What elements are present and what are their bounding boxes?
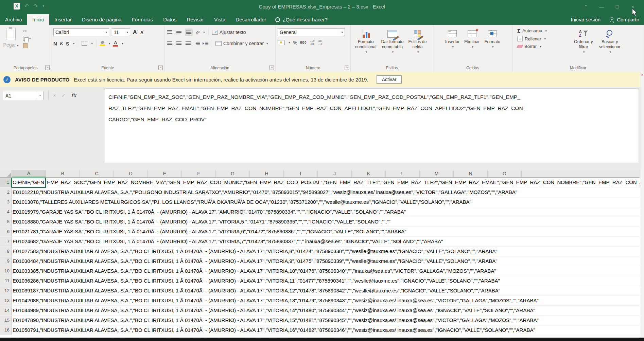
- select-all-corner[interactable]: [0, 170, 12, 177]
- enter-icon[interactable]: ✓: [62, 92, 66, 98]
- copy-button[interactable]: ▾: [23, 36, 31, 41]
- cancel-icon[interactable]: ×: [53, 92, 56, 98]
- tab-archivo[interactable]: Archivo: [0, 14, 27, 25]
- grid-row-4[interactable]: 4E01015979,"GARAJE YAS SA","BO CL IRITXU…: [0, 207, 640, 217]
- csv-row-text[interactable]: E01015979,"GARAJE YAS SA","BO CL IRITXUS…: [12, 207, 640, 217]
- borders-dropdown[interactable]: ▾: [91, 42, 93, 45]
- column-header-f[interactable]: F: [182, 170, 216, 177]
- column-header-c[interactable]: C: [80, 170, 114, 177]
- orientation-button[interactable]: ab: [195, 29, 201, 35]
- tell-me-search[interactable]: ¿Qué desea hacer?: [271, 14, 332, 25]
- number-dialog-launcher[interactable]: ↘: [345, 66, 349, 70]
- column-header-k[interactable]: K: [352, 170, 386, 177]
- csv-row-text[interactable]: CIF/NIF,"GEN_EMP_RAZ_SOC","GEN_EMP_RAZ_N…: [12, 178, 640, 187]
- ribbon-display-options-icon[interactable]: ⌃: [578, 4, 594, 10]
- name-box[interactable]: A1 ▾: [3, 91, 43, 100]
- scroll-up-arrow-icon[interactable]: ▲: [640, 73, 644, 76]
- fill-color-dropdown[interactable]: ▾: [109, 42, 110, 45]
- csv-row-text[interactable]: E01050791,"INDUSTRIA AUXILIAR ALAVESA, S…: [12, 325, 640, 335]
- grid-row-13[interactable]: 13E01042088,"INDUSTRIA AUXILIAR ALAVESA,…: [0, 296, 640, 306]
- tab-revisar[interactable]: Revisar: [181, 14, 209, 25]
- grid-row-12[interactable]: 12E01039187,"INDUSTRIA AUXILIAR ALAVESA,…: [0, 286, 640, 296]
- column-header-e[interactable]: E: [148, 170, 182, 177]
- align-center-button[interactable]: [176, 41, 181, 46]
- csv-row-text[interactable]: E01012210,"INDUSTRIA AUXILIAR ALAVESA, S…: [12, 187, 640, 197]
- clear-button[interactable]: Borrar▾: [517, 44, 568, 49]
- borders-icon[interactable]: [82, 41, 87, 46]
- underline-dropdown[interactable]: ▾: [73, 42, 75, 45]
- row-header-5[interactable]: 5: [0, 217, 12, 227]
- tab-datos[interactable]: Datos: [158, 14, 181, 25]
- row-header-15[interactable]: 15: [0, 316, 12, 325]
- grid-row-6[interactable]: 6E01021781,"GARAJE YAS SA","BO CL IRITXU…: [0, 227, 640, 237]
- csv-row-text[interactable]: E01044989,"INDUSTRIA AUXILIAR ALAVESA, S…: [12, 306, 640, 315]
- grid-row-5[interactable]: 5E01018880,"GARAJE YAS SA","BO CL IRITXU…: [0, 217, 640, 227]
- tab-formulas[interactable]: Fórmulas: [127, 14, 158, 25]
- restore-button[interactable]: □: [609, 4, 625, 10]
- comma-style-button[interactable]: 000: [300, 41, 307, 44]
- accounting-format-icon[interactable]: [278, 40, 285, 45]
- grid-row-14[interactable]: 14E01044989,"INDUSTRIA AUXILIAR ALAVESA,…: [0, 306, 640, 316]
- row-header-4[interactable]: 4: [0, 207, 12, 217]
- italic-button[interactable]: K: [60, 41, 63, 47]
- insert-function-icon[interactable]: fx: [71, 92, 76, 98]
- grid-row-2[interactable]: 2E01012210,"INDUSTRIA AUXILIAR ALAVESA, …: [0, 187, 640, 197]
- column-header-j[interactable]: J: [318, 170, 352, 177]
- formula-input[interactable]: CIF/NIF,"GEN_EMP_RAZ_SOC","GEN_EMP_RAZ_N…: [105, 88, 639, 163]
- percent-style-button[interactable]: %: [293, 40, 297, 46]
- grid-row-10[interactable]: 10E01033385,"INDUSTRIA AUXILIAR ALAVESA,…: [0, 266, 640, 276]
- tab-insertar[interactable]: Insertar: [49, 14, 77, 25]
- csv-row-text[interactable]: E01027583,"INDUSTRIA AUXILIAR ALAVESA, S…: [12, 247, 640, 256]
- delete-cells-button[interactable]: × Eliminar ▾: [462, 27, 482, 65]
- csv-row-text[interactable]: E01042088,"INDUSTRIA AUXILIAR ALAVESA, S…: [12, 296, 640, 305]
- tab-inicio[interactable]: Inicio: [27, 14, 49, 25]
- row-header-3[interactable]: 3: [0, 197, 12, 207]
- increase-decimal-button[interactable]: ←,0,00: [310, 39, 315, 46]
- grid-row-7[interactable]: 7E01024682,"GARAJE YAS SA","BO CL IRITXU…: [0, 237, 640, 247]
- decrease-font-size-button[interactable]: Aˇ: [140, 29, 144, 35]
- number-format-select[interactable]: General▾: [278, 28, 345, 36]
- grid-row-9[interactable]: 9E01030484,"INDUSTRIA AUXILIAR ALAVESA, …: [0, 256, 640, 266]
- font-color-dropdown[interactable]: ▾: [122, 42, 123, 45]
- grid-row-11[interactable]: 11E01036286,"INDUSTRIA AUXILIAR ALAVESA,…: [0, 276, 640, 286]
- bold-button[interactable]: N: [53, 41, 57, 47]
- increase-font-size-button[interactable]: Aˆ: [133, 29, 138, 35]
- row-header-12[interactable]: 12: [0, 286, 12, 295]
- column-header-b[interactable]: B: [46, 170, 80, 177]
- align-bottom-button[interactable]: [186, 30, 191, 34]
- accounting-format-dropdown[interactable]: ▾: [289, 41, 290, 44]
- conditional-formatting-button[interactable]: Formato condicional▾: [353, 27, 379, 65]
- column-header-n[interactable]: N: [454, 170, 488, 177]
- tab-diseno-de-pagina[interactable]: Diseño de página: [77, 14, 127, 25]
- font-size-select[interactable]: 11▾: [112, 28, 130, 36]
- row-header-7[interactable]: 7: [0, 237, 12, 246]
- clipboard-dialog-launcher[interactable]: ↘: [45, 66, 50, 70]
- csv-row-text[interactable]: E01036286,"INDUSTRIA AUXILIAR ALAVESA, S…: [12, 276, 640, 286]
- underline-button[interactable]: S: [66, 41, 69, 47]
- grid-row-3[interactable]: 3E01013078,"TALLERES AUXILIARES METALURG…: [0, 197, 640, 207]
- row-header-16[interactable]: 16: [0, 325, 12, 335]
- row-header-2[interactable]: 2: [0, 187, 12, 197]
- font-dialog-launcher[interactable]: ↘: [158, 66, 163, 70]
- grid-row-15[interactable]: 15E01047890,"INDUSTRIA AUXILIAR ALAVESA,…: [0, 316, 640, 325]
- align-left-button[interactable]: [167, 41, 172, 46]
- name-box-dropdown-icon[interactable]: ▾: [37, 92, 43, 100]
- font-color-button[interactable]: A: [113, 41, 118, 47]
- decrease-decimal-button[interactable]: ,00→,0: [317, 39, 322, 46]
- tab-vista[interactable]: Vista: [209, 14, 230, 25]
- row-header-13[interactable]: 13: [0, 296, 12, 305]
- tab-desarrollador[interactable]: Desarrollador: [230, 14, 271, 25]
- alignment-dialog-launcher[interactable]: ↘: [269, 66, 274, 70]
- row-header-14[interactable]: 14: [0, 306, 12, 315]
- csv-row-text[interactable]: E01039187,"INDUSTRIA AUXILIAR ALAVESA, S…: [12, 286, 640, 295]
- fill-color-button[interactable]: [100, 41, 105, 46]
- decrease-indent-button[interactable]: [194, 41, 200, 46]
- cell-styles-button[interactable]: Estilos de celda▾: [406, 27, 429, 65]
- share-button[interactable]: Compartir: [609, 17, 639, 22]
- csv-row-text[interactable]: E01024682,"GARAJE YAS SA","BO CL IRITXUS…: [12, 237, 640, 246]
- paste-button[interactable]: Pegar▾: [2, 27, 20, 65]
- row-header-6[interactable]: 6: [0, 227, 12, 236]
- autosum-button[interactable]: ΣAutosuma▾: [517, 28, 568, 34]
- column-header-a[interactable]: A: [12, 170, 46, 177]
- column-header-o[interactable]: O: [488, 170, 522, 177]
